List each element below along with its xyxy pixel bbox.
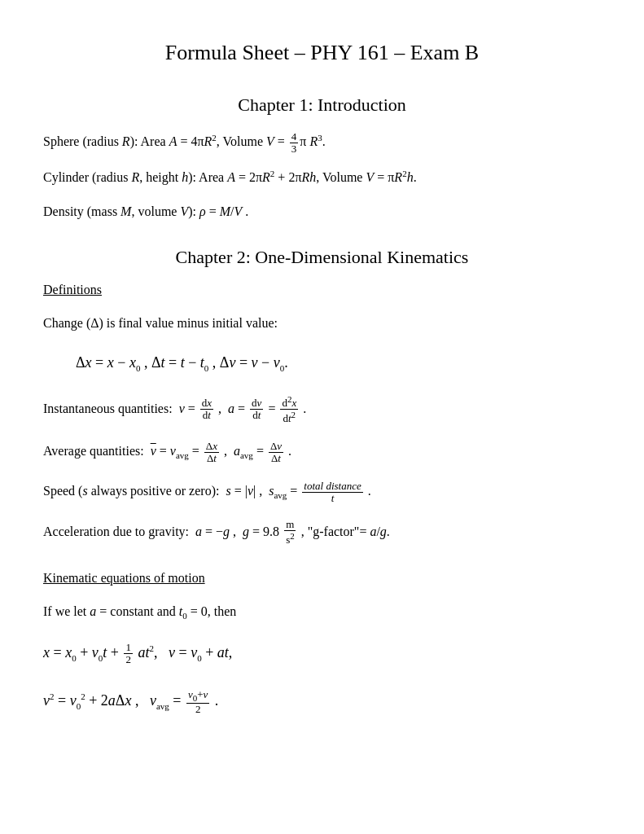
kinematic-label: Kinematic equations of motion [43,571,205,586]
page-title: Formula Sheet – PHY 161 – Exam B [43,41,601,65]
kinematic-condition: If we let a = constant and t0 = 0, then [43,600,601,624]
kinematic-eq2: v2 = v02 + 2aΔx , vavg = v0+v 2 . [43,683,601,718]
cylinder-formula: Cylinder (radius R, height h): Area A = … [43,166,601,189]
density-formula: Density (mass M, volume V): ρ = M/V . [43,200,601,222]
kinematic-eq1: x = x0 + v0t + 1 2 at2, v = v0 + at, [43,635,601,670]
change-definition: Change (Δ) is final value minus initial … [43,312,601,334]
gravity-acceleration: Acceleration due to gravity: a = −g , g … [43,517,601,546]
speed-definition: Speed (s always positive or zero): s = |… [43,476,601,505]
instantaneous-quantities: Instantaneous quantities: v = dx dt , a … [43,394,601,425]
chapter1-heading: Chapter 1: Introduction [43,94,601,116]
chapter2-section: Chapter 2: One-Dimensional Kinematics De… [43,247,601,718]
chapter1-section: Chapter 1: Introduction Sphere (radius R… [43,94,601,222]
sphere-formula: Sphere (radius R): Area A = 4πR2, Volume… [43,130,601,155]
chapter2-heading: Chapter 2: One-Dimensional Kinematics [43,247,601,268]
definitions-label: Definitions [43,283,102,297]
average-quantities: Average quantities: v = vavg = Δx Δt , a… [43,437,601,465]
delta-equations: Δx = x − x0 , Δt = t − t0 , Δv = v − v0. [76,345,601,380]
